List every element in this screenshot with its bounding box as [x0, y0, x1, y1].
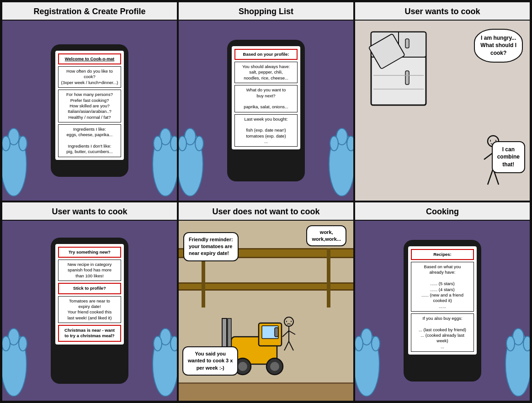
right-hand-icon-shopping	[326, 127, 353, 201]
cell-registration: Registration & Create Profile Welcome to…	[1, 1, 178, 202]
cell-cook-fridge: User wants to cook	[354, 1, 531, 202]
cell-header-cook-bottom: User wants to cook	[2, 202, 177, 221]
phone-shopping: Based on your profile: You should always…	[227, 40, 305, 181]
svg-point-52	[270, 362, 279, 371]
cell-body-cooking: Recipes: Based on what youalready have:.…	[355, 221, 530, 401]
phone-box-already-have: Based on what youalready have:...... (5 …	[411, 262, 474, 312]
cell-body-no-cook: work,work,work... Friendly reminder:your…	[179, 221, 353, 401]
combine-speech-bubble: I cancombinethat!	[492, 141, 525, 173]
phone-box-welcome: Welcome to Cook-o-mat	[58, 53, 121, 64]
cell-body-cook-bottom: Try something new? New recipe in categor…	[2, 221, 177, 401]
svg-point-3	[2, 136, 10, 151]
svg-line-31	[488, 169, 493, 185]
right-hand-icon-cooking	[502, 328, 530, 401]
svg-rect-53	[275, 328, 278, 337]
phone-box-profile-label: Based on your profile:	[234, 49, 298, 60]
phone-box-new-recipe: New recipe in categoryspanish food has m…	[58, 260, 121, 281]
svg-point-7	[154, 136, 162, 151]
floor	[179, 382, 353, 401]
svg-line-59	[289, 341, 293, 350]
cell-body-shopping: Based on your profile: You should always…	[179, 21, 353, 201]
svg-point-40	[170, 336, 177, 351]
shelf-support-right	[327, 248, 330, 308]
cell-header-cook-fridge: User wants to cook	[355, 2, 530, 21]
cook-reminder-bubble: You said youwanted to cook 3 xper week :…	[182, 346, 238, 376]
cell-cooking: Cooking Recipes: Based on what youalread…	[354, 202, 531, 402]
phone-box-recipes-label: Recipes:	[411, 249, 474, 260]
cell-cook-bottom: User wants to cook Try something new? Ne…	[1, 202, 178, 402]
phone-registration: Welcome to Cook-o-mat How often do you l…	[51, 44, 128, 177]
phone-cooking: Recipes: Based on what youalready have:.…	[404, 240, 481, 382]
phone-box-ingredients: Ingredients I like:eggs, cheese, paprika…	[58, 124, 121, 157]
phone-cook-bottom: Try something new? New recipe in categor…	[51, 238, 128, 384]
svg-point-11	[179, 136, 186, 151]
phone-box-try-new: Try something new?	[58, 247, 121, 258]
fridge-scene: I am hungry...What should Icook?	[355, 21, 530, 201]
phone-box-christmas: Christmas is near - wantto try a christm…	[58, 325, 121, 342]
svg-line-57	[289, 331, 295, 334]
svg-point-37	[2, 336, 10, 351]
phone-box-always-have: You should always have:salt, pepper, chi…	[234, 62, 298, 83]
svg-rect-22	[405, 71, 409, 85]
phone-box-tomatoes: Tomatoes are near toexpiry date!Your fri…	[58, 296, 121, 323]
svg-point-10	[195, 136, 203, 151]
hungry-thought-bubble: I am hungry...What should Icook?	[474, 29, 523, 63]
cell-body-registration: Welcome to Cook-o-mat How often do you l…	[2, 21, 177, 201]
svg-point-14	[347, 136, 353, 151]
left-hand-icon-cooking	[355, 328, 383, 401]
svg-rect-21	[405, 39, 409, 48]
svg-point-50	[238, 362, 247, 371]
cell-header-no-cook: User does not want to cook	[179, 202, 353, 221]
phone-box-cook-freq: How often do you like to cook?(3xper wee…	[58, 66, 121, 88]
cell-body-cook-fridge: I am hungry...What should Icook?	[355, 21, 530, 201]
svg-point-15	[330, 136, 338, 151]
right-hand-icon	[149, 127, 177, 201]
svg-point-65	[355, 336, 363, 351]
fridge-icon	[369, 30, 428, 107]
svg-point-6	[170, 136, 177, 151]
cell-no-cook: User does not want to cook	[178, 202, 354, 402]
phone-screen-cook-bottom: Try something new? New recipe in categor…	[55, 244, 124, 345]
right-hand-icon-cook	[149, 328, 177, 401]
svg-point-64	[372, 336, 380, 351]
phone-screen-cooking: Recipes: Based on what youalready have:.…	[408, 246, 477, 355]
cell-header-shopping: Shopping List	[179, 2, 353, 21]
svg-point-68	[523, 336, 530, 351]
main-grid: Registration & Create Profile Welcome to…	[0, 0, 532, 403]
phone-screen-shopping: Based on your profile: You should always…	[232, 46, 300, 149]
phone-box-last-week: Last week you bought:fish (exp. date nea…	[234, 114, 298, 147]
reminder-speech-bubble: Friendly reminder:your tomatoes arenear …	[183, 232, 239, 261]
phone-box-profile-q: For how many persons?Prefer fast cooking…	[58, 90, 121, 122]
svg-point-36	[19, 336, 27, 351]
cell-shopping: Shopping List Based on your profile: You…	[178, 1, 354, 202]
left-hand-icon-cook	[2, 328, 30, 401]
phone-screen-registration: Welcome to Cook-o-mat How often do you l…	[55, 51, 124, 160]
forklift-scene: work,work,work... Friendly reminder:your…	[179, 221, 353, 401]
work-speech-bubble: work,work,work...	[306, 225, 346, 247]
svg-point-41	[154, 336, 162, 351]
svg-line-56	[282, 331, 289, 337]
svg-point-2	[19, 136, 27, 151]
phone-box-stick-profile: Stick to profile?	[58, 283, 121, 294]
svg-line-58	[284, 341, 289, 350]
svg-point-69	[506, 336, 515, 351]
left-hand-icon-shopping	[179, 127, 206, 201]
svg-point-54	[284, 317, 293, 326]
phone-box-buy-eggs: If you also buy eggs:... (last cooked by…	[411, 313, 474, 352]
left-hand-icon	[2, 127, 30, 201]
phone-box-buy-next: What do you want tobuy next?paprika, sal…	[234, 85, 298, 112]
forklift-worker-icon	[279, 316, 299, 353]
cell-header-registration: Registration & Create Profile	[2, 2, 177, 21]
cell-header-cooking: Cooking	[355, 202, 530, 221]
